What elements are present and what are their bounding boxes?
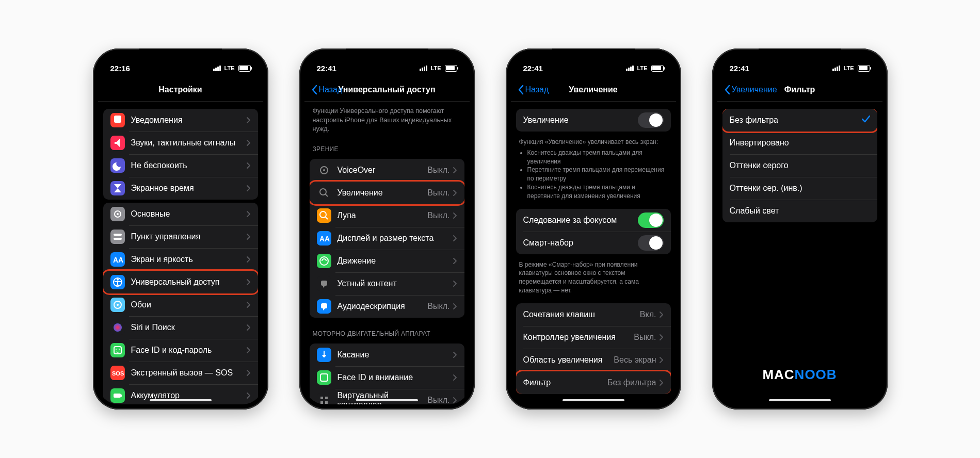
row-label: Дисплей и размер текста [338, 234, 453, 243]
settings-row[interactable]: Обои [103, 293, 258, 316]
settings-row[interactable]: Face ID и внимание [310, 366, 464, 389]
back-button[interactable]: Назад [311, 85, 343, 95]
filter-option-row[interactable]: Без фильтра [722, 109, 877, 132]
row-icon [110, 343, 125, 357]
row-label: Звуки, тактильные сигналы [131, 138, 247, 148]
chevron-right-icon [247, 117, 251, 123]
row-icon [110, 113, 125, 127]
network-label: LTE [844, 65, 854, 71]
back-button[interactable]: Назад [517, 85, 549, 95]
settings-row[interactable]: Виртуальный контроллерВыкл. [310, 389, 464, 405]
svg-point-7 [117, 279, 119, 281]
row-label: Касание [338, 350, 453, 359]
zoom-toggle[interactable] [638, 112, 664, 128]
battery-icon [445, 65, 457, 72]
settings-row[interactable]: Устный контент [310, 272, 464, 295]
row-icon [110, 158, 125, 173]
row-label: Face ID и внимание [338, 373, 453, 382]
home-indicator[interactable] [769, 399, 831, 401]
settings-row[interactable]: Siri и Поиск [103, 316, 258, 339]
chevron-right-icon [453, 374, 457, 381]
signal-icon [213, 66, 221, 71]
home-indicator[interactable] [356, 399, 418, 401]
chevron-right-icon [247, 324, 251, 331]
settings-row[interactable]: VoiceOverВыкл. [310, 159, 464, 182]
settings-row[interactable]: SOSЭкстренный вызов — SOS [103, 362, 258, 384]
row-icon: AA [317, 231, 331, 246]
filter-option-row[interactable]: Слабый свет [722, 200, 877, 222]
row-label: Аудиодескрипция [338, 302, 428, 311]
svg-rect-26 [320, 374, 328, 381]
settings-row[interactable]: АудиодескрипцияВыкл. [310, 295, 464, 318]
section-header-vision: ЗРЕНИЕ [304, 136, 470, 156]
settings-row[interactable]: Face ID и код-пароль [103, 339, 258, 362]
row-icon [110, 298, 125, 312]
settings-row[interactable]: ЛупаВыкл. [310, 204, 464, 227]
row-icon [110, 388, 125, 403]
svg-rect-24 [321, 281, 327, 286]
follow-focus-row[interactable]: Следование за фокусом [516, 209, 671, 232]
settings-row[interactable]: Контроллер увеличенияВыкл. [516, 326, 671, 349]
smart-typing-toggle[interactable] [638, 235, 664, 251]
settings-row[interactable]: Движение [310, 250, 464, 272]
settings-row[interactable]: ФильтрБез фильтра [516, 371, 671, 394]
svg-point-10 [114, 323, 122, 332]
settings-row[interactable]: Звуки, тактильные сигналы [103, 132, 258, 154]
filter-option-row[interactable]: Инвертировано [722, 132, 877, 154]
row-label: Экран и яркость [131, 255, 247, 264]
phone-accessibility: 22:41 LTE Назад Универсальный доступ Фун… [299, 48, 475, 410]
settings-row[interactable]: Экранное время [103, 177, 258, 200]
row-label: Оттенки сер. (инв.) [730, 184, 870, 193]
battery-icon [238, 65, 251, 72]
chevron-right-icon [247, 392, 251, 399]
svg-rect-11 [114, 347, 121, 354]
row-label: Обои [131, 300, 247, 309]
svg-rect-25 [321, 303, 327, 308]
nav-bar: Настройки [98, 78, 263, 102]
intro-text: Функции Универсального доступа помогают … [304, 102, 470, 136]
settings-row[interactable]: AAДисплей и размер текста [310, 227, 464, 250]
chevron-right-icon [660, 357, 664, 363]
row-value: Вкл. [640, 310, 656, 319]
row-value: Без фильтра [607, 378, 656, 387]
settings-row[interactable]: Касание [310, 343, 464, 366]
zoom-footer-bullet: Перетяните тремя пальцами для перемещени… [527, 166, 668, 183]
row-label: Сочетания клавиш [523, 310, 640, 319]
row-label: Универсальный доступ [131, 277, 247, 287]
row-label: Виртуальный контроллер [338, 391, 428, 405]
smart-typing-row[interactable]: Смарт-набор [516, 232, 671, 254]
chevron-right-icon [453, 190, 457, 196]
nav-title: Универсальный доступ [338, 85, 435, 94]
back-button[interactable]: Увеличение [724, 85, 777, 95]
settings-row[interactable]: AAЭкран и яркость [103, 248, 258, 271]
svg-text:SOS: SOS [112, 370, 124, 377]
chevron-right-icon [660, 380, 664, 386]
settings-row[interactable]: Универсальный доступ [103, 271, 258, 293]
svg-rect-3 [114, 234, 122, 236]
settings-row[interactable]: Область увеличенияВесь экран [516, 349, 671, 371]
svg-point-23 [320, 257, 328, 265]
settings-row[interactable]: УвеличениеВыкл. [310, 182, 464, 204]
filter-option-row[interactable]: Оттенки сер. (инв.) [722, 177, 877, 200]
settings-row[interactable]: Аккумулятор [103, 384, 258, 404]
settings-row[interactable]: Не беспокоить [103, 154, 258, 177]
row-icon [317, 276, 331, 291]
home-indicator[interactable] [563, 399, 624, 401]
filter-option-row[interactable]: Оттенки серого [722, 154, 877, 177]
row-label: Пункт управления [131, 232, 247, 241]
chevron-right-icon [247, 256, 251, 263]
row-icon [317, 186, 331, 200]
zoom-footer-title: Функция «Увеличение» увеличивает весь эк… [519, 138, 668, 146]
home-indicator[interactable] [150, 399, 212, 401]
settings-row[interactable]: Пункт управления [103, 225, 258, 248]
settings-row[interactable]: Основные [103, 203, 258, 225]
row-icon [317, 163, 331, 177]
settings-row[interactable]: Сочетания клавишВкл. [516, 303, 671, 326]
follow-focus-toggle[interactable] [638, 212, 664, 228]
chevron-left-icon [311, 85, 318, 95]
row-icon [317, 348, 331, 362]
network-label: LTE [431, 65, 441, 71]
chevron-right-icon [660, 312, 664, 318]
settings-row[interactable]: Уведомления [103, 109, 258, 132]
zoom-toggle-row[interactable]: Увеличение [516, 109, 671, 132]
